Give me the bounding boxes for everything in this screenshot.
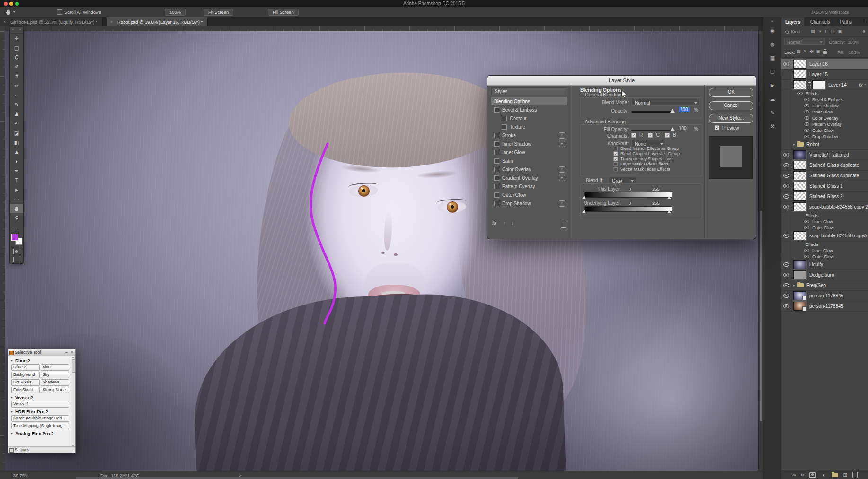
close-tab-icon[interactable]: × — [110, 17, 113, 26]
lock-position-icon[interactable]: ✛ — [810, 49, 814, 54]
layer-row-effects[interactable]: Effects — [781, 241, 868, 247]
visibility-toggle[interactable] — [781, 80, 791, 90]
selective-tool-titlebar[interactable]: Selective Tool – × — [8, 349, 75, 356]
filter-toggle-icon[interactable] — [863, 30, 865, 33]
fill-opacity-slider[interactable] — [631, 130, 674, 131]
new-style-button[interactable]: New Style... — [709, 114, 753, 123]
collapse-section-icon[interactable]: ▼ — [10, 359, 13, 362]
style-item-gradient-overlay[interactable]: Gradient Overlay+ — [491, 174, 567, 182]
new-group-icon[interactable] — [832, 473, 838, 477]
style-checkbox[interactable] — [494, 184, 499, 189]
opacity-slider[interactable] — [631, 111, 674, 113]
visibility-toggle[interactable] — [781, 59, 791, 69]
visibility-toggle[interactable] — [781, 218, 791, 225]
layer-row-inner-glow[interactable]: Inner Glow — [781, 218, 868, 225]
visibility-toggle[interactable] — [781, 192, 791, 201]
visibility-toggle[interactable] — [781, 260, 791, 270]
visibility-toggle[interactable] — [781, 139, 791, 149]
hand-tool-icon[interactable] — [5, 9, 11, 17]
filter-kind-select[interactable]: Kind — [791, 29, 800, 34]
opacity-slider-thumb[interactable] — [670, 109, 675, 113]
add-adjustment-layer-icon[interactable]: ◑ — [821, 472, 824, 478]
visibility-toggle[interactable] — [781, 212, 791, 218]
tab-paths[interactable]: Paths — [836, 17, 856, 27]
style-item-stroke[interactable]: Stroke+ — [491, 131, 567, 139]
lock-transparency-icon[interactable]: ▦ — [797, 49, 801, 54]
style-item-color-overlay[interactable]: Color Overlay+ — [491, 165, 567, 174]
close-panel-icon[interactable]: × — [12, 27, 14, 32]
visibility-toggle[interactable] — [781, 160, 791, 170]
libraries-panel-icon[interactable]: ☁ — [770, 96, 775, 102]
link-layers-icon[interactable]: ∞ — [792, 472, 796, 478]
style-checkbox[interactable] — [494, 150, 499, 155]
history-brush-tool[interactable]: ↶ — [10, 119, 23, 128]
layer-row-robot[interactable]: ▸Robot — [781, 139, 868, 150]
move-style-up-icon[interactable]: ↑ — [504, 220, 506, 226]
visibility-toggle[interactable] — [781, 150, 791, 160]
expand-group-icon[interactable]: ▸ — [793, 283, 795, 287]
visibility-toggle[interactable] — [781, 247, 791, 253]
delete-layer-icon[interactable] — [852, 472, 858, 478]
this-layer-handle-right[interactable] — [667, 196, 671, 199]
option-checkbox[interactable] — [614, 162, 618, 166]
filter-button-skin[interactable]: Skin — [41, 364, 69, 371]
style-item-contour[interactable]: Contour — [491, 114, 567, 122]
style-checkbox[interactable] — [494, 133, 499, 138]
filter-button-viveza-2[interactable]: Viveza 2 — [11, 401, 69, 408]
layer-row-pattern-overlay[interactable]: Pattern Overlay — [781, 121, 868, 127]
actions-panel-icon[interactable]: ▶ — [771, 82, 774, 88]
document-tab-robot[interactable]: × Robot.psd @ 39.8% (Layer 16, RGB/16*) … — [107, 17, 208, 26]
this-layer-handle-left[interactable] — [582, 196, 586, 199]
filter-pixel-layers-icon[interactable]: ▦ — [811, 28, 815, 34]
filter-button-hot-pixels[interactable]: Hot Pixels — [11, 379, 40, 386]
layer-row-liquify[interactable]: Liquify — [781, 260, 868, 270]
add-layer-style-icon[interactable]: fx — [801, 472, 804, 477]
visibility-toggle[interactable] — [781, 109, 791, 115]
expand-panel-icon[interactable]: » — [19, 27, 21, 32]
more-tools[interactable]: … — [10, 223, 23, 232]
layer-row-outer-glow[interactable]: Outer Glow — [781, 225, 868, 231]
gradient-tool[interactable]: ◧ — [10, 138, 23, 147]
new-layer-icon[interactable]: ⊞ — [843, 472, 847, 478]
visibility-toggle[interactable] — [781, 90, 791, 96]
scroll-all-windows-checkbox[interactable] — [57, 9, 62, 15]
ok-button[interactable]: OK — [709, 88, 753, 97]
zoom-tool[interactable]: ⚲ — [10, 213, 23, 223]
visibility-toggle[interactable] — [781, 202, 791, 212]
tab-layers[interactable]: Layers — [781, 17, 804, 27]
adjustments-panel-icon[interactable]: ◉ — [770, 27, 775, 34]
visibility-toggle[interactable] — [781, 270, 791, 280]
underlying-handle-right[interactable] — [667, 210, 671, 213]
filter-button-dfine-2[interactable]: Dfine 2 — [11, 364, 40, 371]
dialog-title[interactable]: Layer Style — [487, 76, 756, 86]
opacity-value[interactable]: 100 — [679, 107, 690, 112]
style-item-drop-shadow[interactable]: Drop Shadow+ — [491, 199, 567, 208]
zoom-level[interactable]: 39.75% — [13, 473, 28, 478]
this-layer-gradient[interactable] — [584, 192, 672, 198]
filter-button-fine-struct[interactable]: Fine Struct... — [11, 387, 40, 393]
layer-opacity-value[interactable]: 100% — [848, 39, 859, 44]
style-item-inner-glow[interactable]: Inner Glow — [491, 148, 567, 157]
workspace-switcher[interactable]: JASON'S Workspace — [811, 10, 849, 15]
layer-row-soap-bubble-824558-copy-2[interactable]: soap-bubble-824558 copy 2fx^ — [781, 202, 868, 212]
option-checkbox[interactable]: ✓ — [614, 151, 618, 156]
document-tab-girl-bot[interactable]: × Girl bot-1.psd @ 52.7% (Liquify, RGB/1… — [0, 17, 103, 26]
layer-row-layer-16[interactable]: Layer 16 — [781, 59, 868, 70]
style-item-blending-options[interactable]: Blending Options — [491, 97, 567, 105]
layer-row-outer-glow[interactable]: Outer Glow — [781, 127, 868, 133]
layer-row-freq-sep[interactable]: ▸Freq/Sep — [781, 280, 868, 291]
clone-source-panel-icon[interactable]: ❏ — [770, 69, 775, 75]
lock-pixels-icon[interactable]: ✎ — [804, 49, 807, 54]
layer-row-effects[interactable]: Effects — [781, 212, 868, 218]
option-transparency-shapes-layer[interactable]: ✓Transparency Shapes Layer — [613, 156, 680, 161]
layer-row-stained-glass-1[interactable]: Stained Glass 1 — [781, 181, 868, 192]
vertical-scroll-thumb[interactable] — [760, 211, 762, 421]
option-blend-interior-effects-as-group[interactable]: Blend Interior Effects as Group — [613, 146, 680, 151]
section-header-dfine-2[interactable]: ▼Dfine 2 — [10, 358, 70, 363]
filter-type-layers-icon[interactable]: T — [824, 28, 827, 34]
style-item-bevel-emboss[interactable]: Bevel & Emboss — [491, 105, 567, 114]
scroll-up-icon[interactable]: ▲ — [72, 356, 74, 358]
styles-panel-icon[interactable]: ◍ — [770, 41, 775, 47]
preview-checkbox[interactable]: ✓ — [715, 125, 719, 130]
screen-mode-button[interactable] — [10, 255, 23, 263]
